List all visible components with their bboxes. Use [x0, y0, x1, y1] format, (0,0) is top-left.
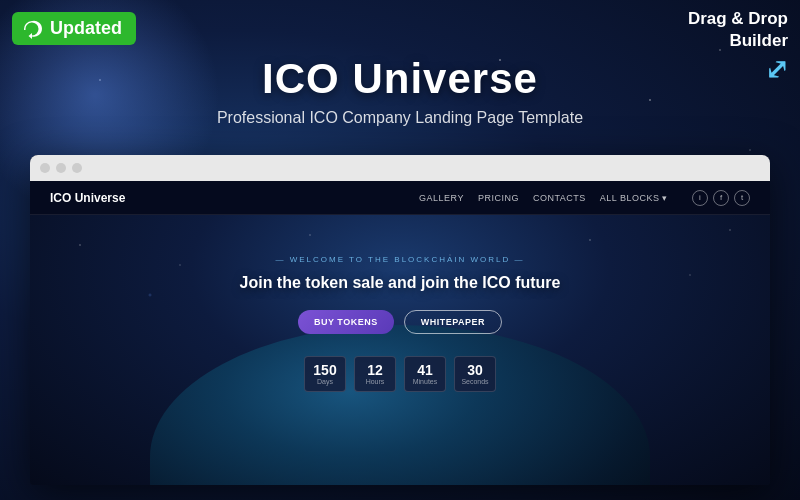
- twitter-icon[interactable]: t: [734, 190, 750, 206]
- nav-link-gallery[interactable]: GALLERY: [419, 193, 464, 203]
- nav-links: GALLERY PRICING CONTACTS ALL BLOCKS i f …: [419, 190, 750, 206]
- countdown-timer: 150 Days 12 Hours 41 Minutes 30 Seconds: [304, 356, 496, 392]
- nav-brand: ICO Universe: [50, 191, 419, 205]
- dnd-badge: Drag & Drop Builder ⤢: [688, 8, 788, 89]
- nav-link-contacts[interactable]: CONTACTS: [533, 193, 586, 203]
- welcome-label: WELCOME TO THE BLOCKCHAIN WORLD: [275, 255, 524, 264]
- hero-section: ICO Universe Professional ICO Company La…: [0, 55, 800, 127]
- countdown-minutes-label: Minutes: [413, 378, 438, 385]
- hero-title: ICO Universe: [0, 55, 800, 103]
- countdown-days-label: Days: [317, 378, 333, 385]
- nav-link-pricing[interactable]: PRICING: [478, 193, 519, 203]
- browser-dot-yellow: [56, 163, 66, 173]
- browser-dot-red: [40, 163, 50, 173]
- refresh-icon: [22, 19, 42, 39]
- cta-buttons-group: BUY TOKENS WHITEPAPER: [298, 310, 502, 334]
- info-icon[interactable]: i: [692, 190, 708, 206]
- facebook-icon[interactable]: f: [713, 190, 729, 206]
- planet-decoration: [150, 325, 650, 485]
- browser-chrome-bar: [30, 155, 770, 181]
- updated-badge: Updated: [12, 12, 136, 45]
- countdown-seconds-number: 30: [467, 363, 483, 377]
- page-hero-content: WELCOME TO THE BLOCKCHAIN WORLD Join the…: [30, 215, 770, 485]
- countdown-minutes: 41 Minutes: [404, 356, 446, 392]
- whitepaper-button[interactable]: WHITEPAPER: [404, 310, 502, 334]
- nav-social-icons: i f t: [692, 190, 750, 206]
- buy-tokens-button[interactable]: BUY TOKENS: [298, 310, 394, 334]
- countdown-seconds: 30 Seconds: [454, 356, 496, 392]
- countdown-days-number: 150: [313, 363, 336, 377]
- dnd-line2: Builder: [729, 31, 788, 50]
- updated-label: Updated: [50, 18, 122, 39]
- resize-arrow-icon: ⤢: [688, 52, 788, 88]
- countdown-hours-label: Hours: [366, 378, 385, 385]
- dnd-line1: Drag & Drop: [688, 9, 788, 28]
- page-main-heading: Join the token sale and join the ICO fut…: [240, 272, 561, 294]
- hero-subtitle: Professional ICO Company Landing Page Te…: [0, 109, 800, 127]
- nav-link-all-blocks[interactable]: ALL BLOCKS: [600, 193, 668, 203]
- countdown-days: 150 Days: [304, 356, 346, 392]
- countdown-seconds-label: Seconds: [461, 378, 488, 385]
- page-navbar: ICO Universe GALLERY PRICING CONTACTS AL…: [30, 181, 770, 215]
- countdown-hours: 12 Hours: [354, 356, 396, 392]
- background-wrapper: Updated Drag & Drop Builder ⤢ ICO Univer…: [0, 0, 800, 500]
- countdown-hours-number: 12: [367, 363, 383, 377]
- browser-mockup: ICO Universe GALLERY PRICING CONTACTS AL…: [30, 155, 770, 485]
- browser-dot-green: [72, 163, 82, 173]
- countdown-minutes-number: 41: [417, 363, 433, 377]
